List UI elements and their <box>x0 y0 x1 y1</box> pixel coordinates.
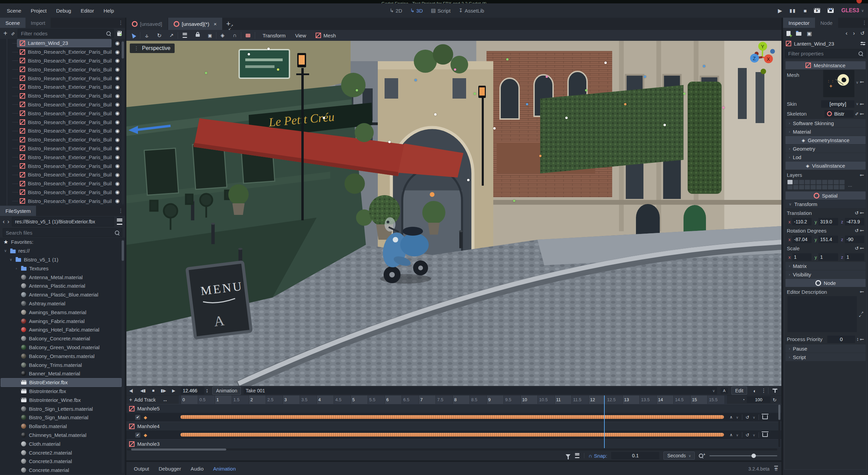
scene-node-row[interactable]: Bistro_Research_Exterior_Paris_Buil◉ <box>0 83 125 91</box>
expand-arrow-icon[interactable]: ∨ <box>3 249 7 253</box>
filesystem-item[interactable]: ›Textures <box>0 264 125 273</box>
visibility-eye-icon[interactable]: ◉ <box>115 145 120 151</box>
layer-checkbox[interactable] <box>799 180 804 184</box>
track-row[interactable]: ✔◆∧∨↺∨ <box>126 430 781 439</box>
anim-menu-icon[interactable]: ⋮ <box>759 388 768 394</box>
animation-tool-icon[interactable]: A <box>721 388 728 394</box>
section-software-skinning[interactable]: ›Software Skinning <box>785 119 866 127</box>
bottom-tab-output[interactable]: Output <box>129 464 154 474</box>
filesystem-item[interactable]: BistroInterior_Wine.fbx <box>0 395 125 404</box>
visibility-eye-icon[interactable]: ◉ <box>115 101 120 107</box>
key-icon[interactable]: ⊸ <box>860 101 864 107</box>
edit-button[interactable]: Edit <box>731 387 747 395</box>
history-back-icon[interactable]: ‹ <box>846 30 848 37</box>
tab-scene[interactable]: Scene <box>0 18 25 28</box>
wrap-mode-icon[interactable]: ↺ <box>746 415 749 420</box>
section-geometry[interactable]: ›Geometry <box>785 145 866 153</box>
scene-node-row[interactable]: Bistro_Research_Exterior_Paris_Buil◉ <box>0 126 125 135</box>
menu-editor[interactable]: Editor <box>76 5 99 16</box>
pin-button[interactable] <box>773 389 777 393</box>
play-button[interactable]: ▶ <box>778 7 782 14</box>
move-tool-icon[interactable]: ↔↕ <box>140 33 153 38</box>
track-enabled-checkbox[interactable]: ✔ <box>135 415 140 420</box>
layer-checkbox[interactable] <box>799 185 804 189</box>
key-icon[interactable]: ⊸ <box>860 227 864 234</box>
group-icon[interactable]: ▣ <box>204 33 216 38</box>
lock-icon[interactable] <box>196 34 200 37</box>
close-icon[interactable] <box>856 0 862 3</box>
save-resource-icon[interactable]: ▣ <box>807 30 812 37</box>
close-tab-icon[interactable]: × <box>214 21 217 27</box>
filesystem-item[interactable]: BistroInterior.fbx <box>0 387 125 396</box>
revert-icon[interactable]: ↺ <box>855 210 859 216</box>
filesystem-item[interactable]: Bollards.material <box>0 422 125 431</box>
section-transform[interactable]: ∨Transform <box>785 200 866 208</box>
anim-length-field[interactable]: 100 <box>747 396 770 403</box>
anim-time-spinner[interactable]: ▲▼ <box>205 388 210 393</box>
filesystem-item[interactable]: Balcony_Ornaments.material <box>0 352 125 360</box>
timeline-ruler[interactable]: 00.511.522.533.544.555.566.577.588.599.5… <box>179 395 727 404</box>
snap-unit-select[interactable]: Seconds ∨ <box>663 452 695 460</box>
skin-value[interactable]: [empty] <box>821 100 854 108</box>
anim-step-forward-button[interactable]: ▮▶ <box>158 388 169 393</box>
filesystem-item[interactable]: Chimneys_Metal.material <box>0 431 125 440</box>
layer-checkbox[interactable] <box>828 180 833 184</box>
visibility-eye-icon[interactable]: ◉ <box>115 119 120 125</box>
visibility-eye-icon[interactable]: ◉ <box>115 172 120 178</box>
update-spinner-icon[interactable]: ⇈ <box>774 466 778 472</box>
section-visibility[interactable]: ›Visibility <box>785 270 866 278</box>
workspace-assetlib[interactable]: ↧AssetLib <box>455 7 488 14</box>
layer-checkbox[interactable] <box>811 180 816 184</box>
visibility-eye-icon[interactable]: ◉ <box>115 84 120 90</box>
history-forward-icon[interactable]: › <box>853 30 855 37</box>
filesystem-scrollbar[interactable] <box>122 239 124 474</box>
filesystem-item[interactable]: Antenna_Metal.material <box>0 273 125 282</box>
dock-menu-icon[interactable]: ⋮ <box>118 20 123 26</box>
key-icon[interactable]: ⊸ <box>860 289 864 295</box>
filesystem-item[interactable]: BistroExterior.fbx <box>0 378 125 387</box>
filesystem-item[interactable]: Awnings_Hotel_Fabric.material <box>0 325 125 334</box>
assign-icon[interactable]: ✎ <box>854 112 859 116</box>
list-select-icon[interactable] <box>183 33 187 38</box>
delete-track-icon[interactable] <box>762 415 768 419</box>
process-priority-field[interactable]: 0 <box>827 336 855 343</box>
filesystem-item[interactable]: ∨Bistro_v5_1 (1) <box>0 255 125 264</box>
chevron-down-icon[interactable]: ∨ <box>856 102 858 106</box>
layers-more-button[interactable]: ... <box>848 182 852 188</box>
scene-node-row[interactable]: Bistro_Research_Exterior_Paris_Buil◉ <box>0 179 125 188</box>
menu-help[interactable]: Help <box>99 5 119 16</box>
expand-arrow-icon[interactable]: › <box>14 266 18 270</box>
keyframe-band[interactable] <box>180 415 724 419</box>
play-custom-scene-button[interactable] <box>828 8 834 13</box>
visibility-eye-icon[interactable]: ◉ <box>115 110 120 116</box>
filesystem-item[interactable]: Concrete3.material <box>0 457 125 466</box>
dock-menu-icon[interactable]: ⋮ <box>862 20 867 26</box>
scene-node-row[interactable]: Bistro_Research_Exterior_Paris_Buil◉ <box>0 48 125 56</box>
menu-scene[interactable]: Scene <box>2 5 26 16</box>
key-icon[interactable]: ⊸ <box>860 245 864 251</box>
dock-menu-icon[interactable]: ⋮ <box>118 208 123 214</box>
workspace-script[interactable]: ▤Script <box>427 7 455 14</box>
bottom-tab-audio[interactable]: Audio <box>186 464 208 474</box>
track-row[interactable]: ✔◆∧∨↺∨ <box>126 413 781 422</box>
nav-forward-icon[interactable]: › <box>7 218 10 225</box>
anim-time-field[interactable]: 12.466 <box>181 387 205 394</box>
rotation-fields[interactable]: x-87.04 y151.4 z-90 <box>785 235 866 244</box>
layer-checkbox[interactable] <box>816 185 821 189</box>
workspace-3d[interactable]: ↳3D <box>406 7 427 14</box>
scene-node-row[interactable]: Bistro_Research_Exterior_Paris_Buil◉ <box>0 135 125 144</box>
layer-checkbox[interactable] <box>839 185 845 189</box>
section-script[interactable]: ›Script <box>785 353 866 361</box>
editor-description-textarea[interactable] <box>787 296 857 332</box>
visibility-eye-icon[interactable]: ◉ <box>115 75 120 81</box>
animation-name-select[interactable]: Take 001 ∨ <box>244 387 717 394</box>
key-icon[interactable]: ⊸ <box>860 79 864 85</box>
rotate-tool-icon[interactable]: ↻ <box>153 32 165 39</box>
scene-tab-unsaved[interactable]: [unsaved] <box>126 18 167 30</box>
visibility-eye-icon[interactable]: ◉ <box>115 40 120 46</box>
distraction-free-icon[interactable] <box>229 25 233 30</box>
attach-script-button[interactable]: + <box>117 31 122 36</box>
visibility-eye-icon[interactable]: ◉ <box>115 49 120 55</box>
filesystem-item[interactable]: Balcony_Trims.material <box>0 360 125 369</box>
revert-icon[interactable]: ↺ <box>855 228 859 233</box>
